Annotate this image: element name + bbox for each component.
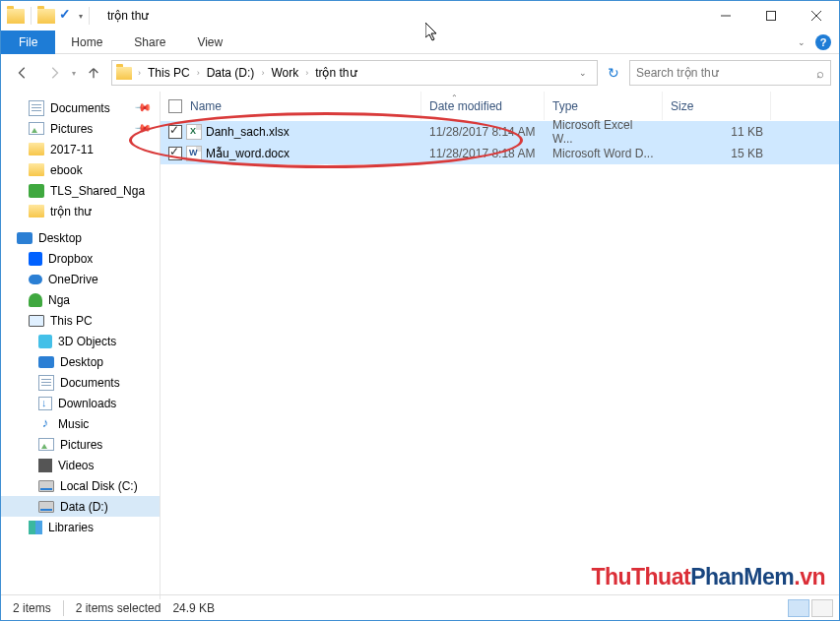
search-icon[interactable]: ⌕ xyxy=(816,66,824,81)
col-size[interactable]: Size xyxy=(663,92,771,120)
video-icon xyxy=(38,459,52,472)
chevron-right-icon[interactable]: › xyxy=(138,68,141,78)
document-icon xyxy=(38,375,54,391)
folder-icon xyxy=(7,9,25,24)
nav-thispc[interactable]: This PC xyxy=(1,310,160,331)
desktop-icon xyxy=(17,232,32,244)
folder-icon xyxy=(29,163,44,176)
word-icon xyxy=(186,146,202,161)
nav-documents[interactable]: Documents📌 xyxy=(1,97,160,118)
view-details-button[interactable] xyxy=(788,599,809,617)
file-row[interactable]: Mẫu_word.docx 11/28/2017 8:18 AM Microso… xyxy=(161,143,839,164)
chevron-right-icon[interactable]: › xyxy=(305,68,308,78)
picture-icon xyxy=(29,122,44,135)
maximize-button[interactable] xyxy=(748,1,794,31)
help-icon[interactable]: ? xyxy=(815,34,831,50)
file-tab[interactable]: File xyxy=(1,31,55,54)
folder-icon[interactable] xyxy=(37,9,55,24)
view-thumbnails-button[interactable] xyxy=(811,599,833,617)
watermark: ThuThuatPhanMem.vn xyxy=(591,564,825,590)
nav-pc-pictures[interactable]: Pictures xyxy=(1,434,160,455)
window-title: trộn thư xyxy=(107,9,149,23)
nav-pc-localc[interactable]: Local Disk (C:) xyxy=(1,475,160,496)
dropbox-icon xyxy=(29,252,42,266)
refresh-button[interactable]: ↻ xyxy=(608,65,619,81)
file-list: ⌃ Name Date modified Type Size Danh_sach… xyxy=(161,92,839,599)
address-dropdown-icon[interactable]: ⌄ xyxy=(573,68,593,78)
nav-nga[interactable]: Nga xyxy=(1,289,160,310)
col-name[interactable]: Name xyxy=(161,92,421,120)
col-date[interactable]: Date modified xyxy=(421,92,545,120)
folder-icon xyxy=(29,205,44,217)
chevron-right-icon[interactable]: › xyxy=(197,68,200,78)
nav-2017-11[interactable]: 2017-11 xyxy=(1,139,160,159)
file-type: Microsoft Excel W... xyxy=(545,121,663,143)
nav-pictures[interactable]: Pictures📌 xyxy=(1,118,160,139)
nav-pc-datad[interactable]: Data (D:) xyxy=(1,496,160,517)
shared-folder-icon xyxy=(29,184,44,198)
status-bar: 2 items 2 items selected 24.9 KB xyxy=(1,594,839,620)
nav-3dobjects[interactable]: 3D Objects xyxy=(1,331,160,351)
col-type[interactable]: Type xyxy=(545,92,663,120)
quick-access-toolbar: ▾ xyxy=(7,7,94,25)
forward-button[interactable] xyxy=(40,61,68,85)
music-icon: ♪ xyxy=(38,417,52,431)
onedrive-icon xyxy=(29,275,42,284)
breadcrumb-tronthu[interactable]: trộn thư xyxy=(312,66,359,80)
file-checkbox[interactable] xyxy=(168,125,182,139)
back-button[interactable] xyxy=(9,61,36,85)
user-icon xyxy=(29,293,42,307)
expand-ribbon-icon[interactable]: ⌄ xyxy=(798,37,806,47)
file-row[interactable]: Danh_sach.xlsx 11/28/2017 8:14 AM Micros… xyxy=(161,121,839,143)
navigation-pane: Documents📌 Pictures📌 2017-11 ebook TLS_S… xyxy=(1,92,161,599)
nav-pc-desktop[interactable]: Desktop xyxy=(1,351,160,372)
search-box[interactable]: ⌕ xyxy=(629,60,831,86)
nav-pc-documents[interactable]: Documents xyxy=(1,372,160,393)
minimize-button[interactable] xyxy=(703,1,748,31)
folder-icon xyxy=(29,143,44,155)
select-all-checkbox[interactable] xyxy=(168,99,182,113)
close-button[interactable] xyxy=(794,1,839,31)
up-button[interactable] xyxy=(80,61,107,85)
libraries-icon xyxy=(29,521,42,534)
nav-desktop[interactable]: Desktop xyxy=(1,227,160,248)
folder-icon xyxy=(116,67,132,80)
breadcrumb-work[interactable]: Work xyxy=(268,66,301,80)
nav-onedrive[interactable]: OneDrive xyxy=(1,269,160,289)
pin-icon: 📌 xyxy=(133,119,152,138)
disk-icon xyxy=(38,501,54,513)
qat-dropdown-icon[interactable]: ▾ xyxy=(79,12,83,21)
sort-asc-icon: ⌃ xyxy=(451,93,458,102)
nav-tls-shared[interactable]: TLS_Shared_Nga xyxy=(1,180,160,201)
address-bar[interactable]: › This PC › Data (D:) › Work › trộn thư … xyxy=(111,60,598,86)
nav-pc-videos[interactable]: Videos xyxy=(1,455,160,475)
share-tab[interactable]: Share xyxy=(118,31,181,54)
home-tab[interactable]: Home xyxy=(55,31,118,54)
file-date: 11/28/2017 8:18 AM xyxy=(421,143,545,164)
nav-pc-music[interactable]: ♪Music xyxy=(1,413,160,434)
file-checkbox[interactable] xyxy=(168,147,182,160)
file-size: 11 KB xyxy=(663,121,771,143)
file-date: 11/28/2017 8:14 AM xyxy=(421,121,545,143)
file-name: Danh_sach.xlsx xyxy=(206,125,290,139)
status-size: 24.9 KB xyxy=(172,601,215,615)
view-tab[interactable]: View xyxy=(181,31,238,54)
file-name: Mẫu_word.docx xyxy=(206,147,290,160)
file-size: 15 KB xyxy=(663,143,771,164)
ribbon-tabs: File Home Share View ⌄ ? xyxy=(1,31,839,54)
column-headers: Name Date modified Type Size xyxy=(161,92,839,121)
3d-icon xyxy=(38,335,52,348)
nav-ebook[interactable]: ebook xyxy=(1,159,160,180)
search-input[interactable] xyxy=(636,66,816,80)
desktop-icon xyxy=(38,356,54,368)
breadcrumb-data[interactable]: Data (D:) xyxy=(204,66,258,80)
breadcrumb-thispc[interactable]: This PC xyxy=(145,66,193,80)
nav-dropbox[interactable]: Dropbox xyxy=(1,248,160,269)
nav-pc-downloads[interactable]: Downloads xyxy=(1,393,160,413)
nav-tronthu[interactable]: trộn thư xyxy=(1,201,160,221)
disk-icon xyxy=(38,480,54,492)
nav-libraries[interactable]: Libraries xyxy=(1,517,160,537)
chevron-right-icon[interactable]: › xyxy=(261,68,264,78)
check-icon[interactable] xyxy=(57,8,73,24)
history-dropdown-icon[interactable]: ▾ xyxy=(72,69,76,78)
